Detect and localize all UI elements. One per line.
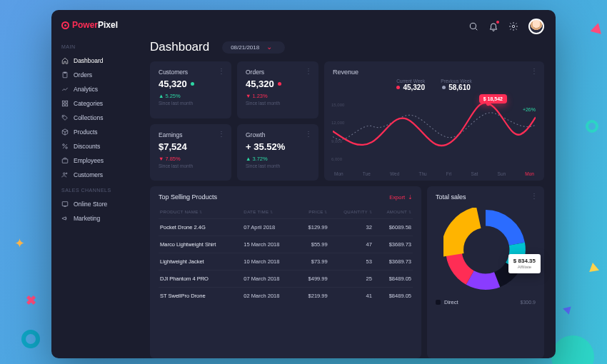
- sidebar-item-products[interactable]: Products: [61, 125, 143, 139]
- more-icon[interactable]: ⋮: [531, 192, 538, 200]
- deco-triangle: [563, 303, 574, 315]
- table-row[interactable]: Pocket Drone 2.4G 07 April 2018 $129.99 …: [159, 219, 413, 236]
- deco-star: ✦: [14, 236, 25, 251]
- gear-icon[interactable]: [508, 21, 518, 31]
- cell-price: $55.99: [297, 236, 328, 253]
- briefcase-icon: [61, 157, 69, 164]
- sidebar-item-dashboard[interactable]: Dashboard: [61, 54, 143, 68]
- svg-rect-3: [62, 104, 64, 106]
- search-icon[interactable]: [468, 21, 478, 31]
- stat-sub: Since last month: [159, 163, 223, 168]
- top-products-card: Top Selling Products Export⇣ PRODUCT NAM…: [150, 186, 421, 358]
- sidebar-item-categories[interactable]: Categories: [61, 96, 143, 111]
- cell-qty: 53: [329, 253, 373, 271]
- percent-icon: [61, 143, 69, 150]
- bell-icon[interactable]: [488, 21, 498, 31]
- cell-price: $219.99: [297, 288, 328, 305]
- cell-qty: 32: [329, 219, 373, 236]
- x-axis-labels: MonTueWedThuFriSatSunMon: [333, 171, 536, 176]
- cell-qty: 41: [329, 288, 373, 305]
- stat-value: 45,320: [159, 79, 187, 89]
- cell-price: $129.99: [297, 219, 328, 236]
- col-date[interactable]: DATE TIME: [242, 206, 297, 219]
- col-price[interactable]: PRICE: [297, 206, 328, 219]
- col-amount[interactable]: AMOUNT: [373, 206, 413, 219]
- deco-triangle: [588, 262, 599, 272]
- stat-card-customers: ⋮ Customers 45,320 ▲ 5.25% Since last mo…: [150, 61, 231, 118]
- tag-icon: [61, 114, 69, 121]
- sales-donut: $ 834.35 Affiliate: [443, 208, 528, 292]
- stat-value: $7,524: [159, 141, 187, 152]
- sidebar-item-marketing[interactable]: Marketing: [61, 211, 143, 226]
- chart-tooltip: $ 18,542: [479, 94, 507, 103]
- svg-point-7: [66, 147, 68, 149]
- stat-title: Orders: [246, 69, 310, 76]
- avatar[interactable]: [528, 19, 544, 34]
- sidebar-item-customers[interactable]: Customers: [61, 168, 143, 182]
- more-icon[interactable]: ⋮: [305, 130, 313, 138]
- brand-logo-icon: [61, 21, 69, 29]
- legend-dot: [396, 86, 400, 89]
- stat-value: 45,320: [246, 79, 274, 89]
- cell-price: $499.99: [297, 271, 328, 288]
- table-row[interactable]: DJI Phantom 4 PRO 07 March 2018 $499.99 …: [159, 271, 413, 288]
- revenue-title: Revenue: [333, 69, 536, 76]
- export-button[interactable]: Export⇣: [389, 194, 413, 201]
- revenue-card: ⋮ Revenue Current Week45,320 Previous We…: [324, 61, 544, 181]
- sidebar-item-employees[interactable]: Employees: [61, 153, 143, 168]
- date-picker[interactable]: 08/21/2018: [222, 41, 285, 54]
- table-row[interactable]: Marco Lightweight Shirt 15 March 2018 $5…: [159, 236, 413, 253]
- cell-product: Pocket Drone 2.4G: [159, 219, 242, 236]
- more-icon[interactable]: ⋮: [305, 67, 313, 75]
- sidebar-item-orders[interactable]: Orders: [61, 68, 143, 82]
- cell-date: 07 April 2018: [242, 219, 297, 236]
- stat-delta: ▼ 1.23%: [246, 93, 310, 99]
- svg-point-10: [66, 173, 67, 174]
- sidebar-item-label: Online Store: [74, 201, 107, 208]
- stat-title: Growth: [246, 131, 310, 138]
- sidebar-item-label: Categories: [74, 100, 103, 107]
- sidebar-item-online-store[interactable]: Online Store: [61, 197, 143, 211]
- more-icon[interactable]: ⋮: [218, 67, 226, 75]
- table-row[interactable]: Lightweight Jacket 10 March 2018 $73.99 …: [159, 253, 413, 271]
- total-sales-card: ⋮ Total sales $ 834.35 Affiliate: [427, 186, 544, 358]
- deco-circle: [551, 335, 594, 364]
- users-icon: [61, 171, 69, 178]
- svg-rect-2: [66, 101, 68, 103]
- notification-dot: [496, 21, 499, 24]
- cell-date: 10 March 2018: [242, 253, 297, 271]
- stat-sub: Since last month: [159, 101, 223, 106]
- table-row[interactable]: ST SwellPro Drone 02 March 2018 $219.99 …: [159, 288, 413, 305]
- stat-delta: ▲ 3.72%: [246, 156, 310, 162]
- header-row: Dashboard 08/21/2018: [150, 40, 544, 54]
- cell-date: 07 March 2018: [242, 271, 297, 288]
- nav-section-main: MAIN: [61, 44, 143, 49]
- sidebar-item-analytics[interactable]: Analytics: [61, 82, 143, 96]
- sidebar-item-label: Products: [74, 128, 98, 136]
- sidebar: PowerPixel MAIN Dashboard Orders Analyti…: [51, 10, 143, 358]
- products-table: PRODUCT NAME DATE TIME PRICE QUANTITY AM…: [159, 206, 413, 304]
- cell-date: 02 March 2018: [242, 288, 297, 305]
- svg-point-6: [63, 144, 65, 146]
- stat-title: Earnings: [159, 131, 223, 138]
- stat-delta: ▼ 7.85%: [159, 156, 223, 162]
- stat-sub: Since last month: [246, 101, 310, 106]
- more-icon[interactable]: ⋮: [218, 130, 226, 138]
- cell-product: Lightweight Jacket: [159, 253, 242, 271]
- clipboard-icon: [61, 71, 69, 79]
- sidebar-item-collections[interactable]: Collections: [61, 111, 143, 125]
- sales-legend-item: Direct $300.9: [436, 299, 536, 305]
- col-product[interactable]: PRODUCT NAME: [159, 206, 242, 219]
- sidebar-item-label: Discounts: [74, 143, 100, 150]
- sidebar-item-discounts[interactable]: Discounts: [61, 139, 143, 153]
- stat-card-earnings: ⋮ Earnings $7,524 ▼ 7.85% Since last mon…: [150, 124, 231, 181]
- sidebar-item-label: Collections: [74, 114, 104, 121]
- svg-rect-4: [66, 104, 68, 106]
- table-title: Top Selling Products: [159, 193, 217, 201]
- status-dot: [278, 82, 281, 86]
- svg-point-9: [64, 173, 66, 175]
- more-icon[interactable]: ⋮: [531, 67, 538, 75]
- cell-qty: 47: [329, 236, 373, 253]
- col-qty[interactable]: QUANTITY: [329, 206, 373, 219]
- stat-sub: Since last month: [246, 163, 310, 168]
